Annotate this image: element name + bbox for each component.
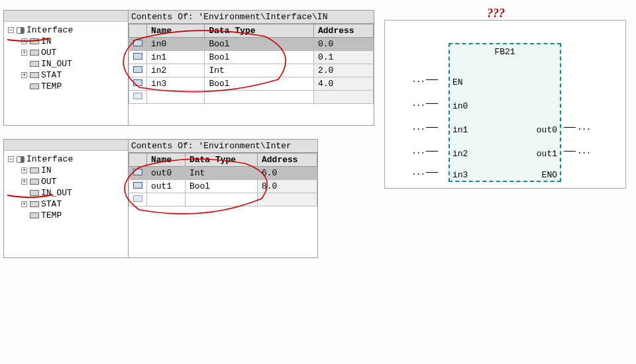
pin-icon xyxy=(30,72,39,78)
grid-out[interactable]: Name Data Type Address out0 Int 6.0 out1… xyxy=(129,153,317,206)
cell-addr[interactable]: 0.1 xyxy=(314,51,374,64)
tree-label: TEMP xyxy=(41,81,62,91)
content-pane-out: Contents Of: 'Environment\Inter Name Dat… xyxy=(129,140,317,257)
col-addr[interactable]: Address xyxy=(314,24,374,38)
tree-label: TEMP xyxy=(41,210,62,220)
pin-icon xyxy=(30,212,39,218)
cell-name[interactable]: in3 xyxy=(147,77,205,91)
expand-icon[interactable]: + xyxy=(21,179,27,185)
fb-port-in1: in1 xyxy=(452,125,468,135)
panel-in: − Interface + IN + OUT IN_OUT + xyxy=(3,10,374,126)
tree-item-temp[interactable]: TEMP xyxy=(8,210,128,221)
tree-item-inout[interactable]: IN_OUT xyxy=(8,187,128,199)
tree-root-in[interactable]: − Interface xyxy=(8,24,128,36)
panel-out: − Interface + IN + OUT IN_OUT + xyxy=(3,139,318,258)
pin-icon xyxy=(30,38,39,44)
col-type[interactable]: Data Type xyxy=(185,154,257,167)
fb-conn-left: ... xyxy=(411,167,439,177)
table-row[interactable]: in3 Bool 4.0 xyxy=(129,77,374,91)
expand-icon[interactable]: + xyxy=(21,72,27,78)
table-row[interactable]: out0 Int 6.0 xyxy=(129,167,317,180)
fb-block: FB21 EN in0 in1 out0 in2 out1 in3 ENO xyxy=(449,43,561,182)
cell-addr[interactable]: 6.0 xyxy=(258,167,317,180)
fb-conn-right: ... xyxy=(562,146,590,156)
cell-name[interactable]: out0 xyxy=(147,167,186,180)
fb-port-eno: ENO xyxy=(542,170,557,180)
tree-root-out[interactable]: − Interface xyxy=(8,154,128,165)
table-row[interactable]: out1 Bool 8.0 xyxy=(129,180,317,193)
fb-conn-left: ... xyxy=(411,75,439,85)
tree-pane-out: − Interface + IN + OUT IN_OUT + xyxy=(4,140,129,257)
tree-root-label: Interface xyxy=(26,25,73,35)
tree-label: IN_OUT xyxy=(41,59,72,69)
cell-name[interactable]: in1 xyxy=(147,51,205,64)
tree-pane-in: − Interface + IN + OUT IN_OUT + xyxy=(4,11,129,125)
cell-addr[interactable]: 2.0 xyxy=(314,64,374,77)
fb-conn-right: ... xyxy=(562,122,590,132)
collapse-icon[interactable]: − xyxy=(8,27,14,33)
tree-item-stat[interactable]: + STAT xyxy=(8,69,128,81)
contents-title-out: Contents Of: 'Environment\Inter xyxy=(129,140,317,153)
row-icon xyxy=(133,79,142,86)
pin-icon xyxy=(30,179,39,185)
cell-addr[interactable]: 8.0 xyxy=(258,180,317,193)
table-row-empty[interactable] xyxy=(129,91,374,104)
expand-icon[interactable]: + xyxy=(21,50,27,56)
contents-title-in: Contents Of: 'Environment\Interface\IN xyxy=(129,11,374,24)
col-icon xyxy=(129,24,147,38)
tree-item-out[interactable]: + OUT xyxy=(8,176,128,187)
grid-in[interactable]: Name Data Type Address in0 Bool 0.0 in1 … xyxy=(129,24,374,104)
col-name[interactable]: Name xyxy=(147,24,205,38)
fb-conn-left: ... xyxy=(411,146,439,156)
cell-addr[interactable]: 0.0 xyxy=(314,38,374,51)
interface-icon xyxy=(17,27,25,34)
cell-addr[interactable]: 4.0 xyxy=(314,77,374,91)
tree-item-in[interactable]: + IN xyxy=(8,36,128,47)
pin-icon xyxy=(30,61,39,67)
cell-type[interactable]: Bool xyxy=(205,38,314,51)
fb-port-in0: in0 xyxy=(452,101,468,111)
col-name[interactable]: Name xyxy=(147,154,186,167)
tree-label: IN xyxy=(41,36,52,46)
row-icon xyxy=(133,40,142,46)
pin-icon xyxy=(30,50,39,56)
tree-item-temp[interactable]: TEMP xyxy=(8,81,128,92)
col-addr[interactable]: Address xyxy=(258,154,317,167)
fb-diagram: FB21 EN in0 in1 out0 in2 out1 in3 ENO ..… xyxy=(384,20,626,189)
cell-type[interactable]: Bool xyxy=(205,77,314,91)
cell-name[interactable]: in2 xyxy=(147,64,205,77)
cell-type[interactable]: Int xyxy=(205,64,314,77)
col-type[interactable]: Data Type xyxy=(205,24,314,38)
cell-name[interactable]: out1 xyxy=(147,180,186,193)
tree-item-out[interactable]: + OUT xyxy=(8,47,128,58)
cell-name[interactable]: in0 xyxy=(147,38,205,51)
fb-port-out1: out1 xyxy=(537,149,557,159)
tree-label: IN xyxy=(41,165,52,175)
cell-type[interactable]: Bool xyxy=(205,51,314,64)
tree-label: STAT xyxy=(41,70,62,80)
cell-type[interactable]: Bool xyxy=(185,180,257,193)
table-row[interactable]: in2 Int 2.0 xyxy=(129,64,374,77)
expand-icon[interactable]: + xyxy=(21,167,27,173)
table-row[interactable]: in0 Bool 0.0 xyxy=(129,38,374,51)
tree-item-inout[interactable]: IN_OUT xyxy=(8,58,128,69)
fb-conn-left: ... xyxy=(411,122,439,132)
pin-icon xyxy=(30,190,39,196)
tree-label: OUT xyxy=(41,48,56,58)
expand-icon[interactable]: + xyxy=(21,201,27,207)
tree-item-in[interactable]: + IN xyxy=(8,165,128,176)
tree-root-label: Interface xyxy=(26,154,73,164)
tree-item-stat[interactable]: + STAT xyxy=(8,199,128,210)
collapse-icon[interactable]: − xyxy=(8,156,14,162)
tree-label: IN_OUT xyxy=(41,188,72,198)
expand-icon[interactable]: + xyxy=(21,38,27,44)
table-row[interactable]: in1 Bool 0.1 xyxy=(129,51,374,64)
interface-icon xyxy=(17,156,25,163)
fb-title: FB21 xyxy=(450,44,560,60)
table-row-empty[interactable] xyxy=(129,193,317,206)
pin-icon xyxy=(30,201,39,207)
row-icon xyxy=(133,195,142,202)
annotation-question: ??? xyxy=(487,7,505,21)
cell-type[interactable]: Int xyxy=(185,167,257,180)
row-icon xyxy=(133,182,142,189)
